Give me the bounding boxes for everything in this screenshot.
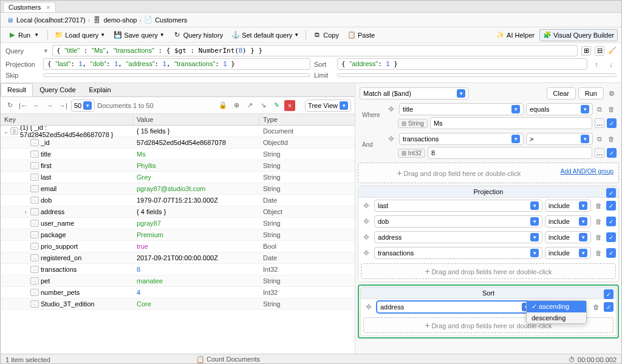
where-value-input[interactable]: 8: [428, 147, 592, 159]
match-mode-select[interactable]: Match all ($and)▾: [360, 87, 469, 99]
tree-row[interactable]: ›..address{ 4 fields }Object: [1, 206, 355, 218]
add-and-or-link[interactable]: Add AND/OR group: [561, 168, 613, 175]
row-checkbox[interactable]: ✓: [604, 302, 613, 312]
drag-handle-icon[interactable]: ✥: [386, 135, 397, 143]
clause-checkbox[interactable]: ✓: [607, 148, 617, 158]
where-field-select[interactable]: transactions▾: [399, 133, 524, 145]
delete-icon[interactable]: ×: [284, 100, 295, 111]
tree-row[interactable]: ..emailpgray87@studio3t.comString: [1, 183, 355, 195]
more-icon[interactable]: …: [595, 148, 604, 158]
query-history-button[interactable]: ↻Query history: [169, 29, 227, 41]
export-icon[interactable]: ↗: [244, 100, 255, 111]
query-option-1[interactable]: ⊞: [581, 46, 591, 56]
collapse-icon[interactable]: ▼: [43, 48, 49, 54]
ai-helper-button[interactable]: ✨AI Helper: [493, 29, 538, 41]
tree-row[interactable]: ..user_namepgray87String: [1, 218, 355, 229]
drag-handle-icon[interactable]: ✥: [361, 233, 372, 241]
where-op-select[interactable]: >▾: [526, 133, 593, 145]
sort-input[interactable]: { "address": 1 }: [337, 58, 587, 70]
proj-include-select[interactable]: include▾: [545, 247, 591, 259]
row-checkbox[interactable]: ✓: [606, 248, 616, 258]
prev-page-icon[interactable]: ←: [31, 100, 42, 111]
row-checkbox[interactable]: ✓: [606, 217, 616, 226]
where-field-select[interactable]: title▾: [399, 103, 524, 115]
skip-input[interactable]: [43, 73, 310, 77]
limit-input[interactable]: [337, 73, 617, 77]
sort-asc-option[interactable]: ✓ ascending: [527, 301, 586, 312]
tree-row[interactable]: ..Studio_3T_editionCoreString: [1, 298, 355, 310]
proj-field-select[interactable]: address▾: [374, 231, 542, 243]
tree-key[interactable]: (1) { _id : 57d28452ed5d4d54e8687078 }: [20, 126, 131, 138]
tree-row[interactable]: ..petmanateeString: [1, 275, 355, 287]
row-checkbox[interactable]: ✓: [606, 232, 616, 242]
add-doc-icon[interactable]: ⊕: [231, 100, 242, 111]
sort-asc-icon[interactable]: ↑: [591, 59, 602, 70]
sort-field-select[interactable]: address▾: [377, 301, 534, 313]
next-page-icon[interactable]: →: [44, 100, 55, 111]
drop-hint[interactable]: Drag and drop fields here or double-clic…: [431, 268, 552, 275]
sort-desc-option[interactable]: descending: [527, 312, 586, 323]
copy-icon[interactable]: ⧉: [595, 135, 604, 143]
page-size-select[interactable]: 50▾: [71, 99, 95, 112]
paste-button[interactable]: 📋Paste: [344, 29, 378, 41]
clause-checkbox[interactable]: ✓: [607, 118, 617, 128]
visual-query-builder-button[interactable]: 🧩Visual Query Builder: [539, 29, 618, 41]
trash-icon[interactable]: 🗑: [591, 303, 601, 311]
tree-row[interactable]: ..number_pets4Int32: [1, 287, 355, 298]
copy-button[interactable]: ⧉Copy: [309, 29, 343, 41]
run-button[interactable]: Run: [578, 87, 604, 99]
crumb-collection[interactable]: Customers: [155, 16, 187, 24]
sort-direction-dropdown[interactable]: ✓ ascending descending: [526, 300, 587, 324]
drag-handle-icon[interactable]: ✥: [361, 201, 372, 210]
sort-checkbox[interactable]: ✓: [604, 289, 613, 299]
where-op-select[interactable]: equals▾: [526, 103, 593, 115]
close-icon[interactable]: ×: [46, 4, 50, 11]
tab-query-code[interactable]: Query Code: [33, 83, 82, 96]
query-input[interactable]: { "title" : "Ms", "transactions" : { $gt…: [52, 45, 578, 56]
more-icon[interactable]: …: [595, 118, 604, 128]
tree-row[interactable]: ..titleMsString: [1, 149, 355, 160]
last-page-icon[interactable]: →|: [58, 100, 69, 111]
run-button[interactable]: ▶Run▼: [4, 29, 44, 41]
sort-desc-icon[interactable]: ↓: [606, 59, 617, 70]
set-default-button[interactable]: ⚓Set default query▼: [228, 29, 302, 41]
proj-include-select[interactable]: include▾: [545, 215, 591, 228]
import-icon[interactable]: ↘: [258, 100, 268, 111]
tree-row[interactable]: ..firstPhyllisString: [1, 160, 355, 172]
clear-button[interactable]: Clear: [547, 87, 576, 99]
trash-icon[interactable]: 🗑: [593, 249, 604, 257]
trash-icon[interactable]: 🗑: [606, 135, 617, 143]
tree-row[interactable]: ..packagePremiumString: [1, 229, 355, 241]
crumb-server[interactable]: Local (localhost:27017): [16, 16, 86, 24]
trash-icon[interactable]: 🗑: [593, 218, 604, 225]
query-option-2[interactable]: ⊟: [595, 46, 604, 56]
gear-icon[interactable]: ⚙: [606, 88, 617, 99]
proj-field-select[interactable]: dob▾: [374, 215, 542, 228]
copy-icon[interactable]: ⧉: [595, 106, 604, 113]
type-label[interactable]: ⊞ String: [398, 119, 428, 128]
drag-handle-icon[interactable]: ✥: [386, 105, 397, 113]
refresh-icon[interactable]: ↻: [4, 100, 15, 111]
drag-handle-icon[interactable]: ✥: [361, 249, 372, 257]
drag-handle-icon[interactable]: ✥: [363, 303, 374, 311]
tab-explain[interactable]: Explain: [83, 83, 118, 96]
projection-checkbox[interactable]: ✓: [606, 188, 616, 198]
type-label[interactable]: ⊞ Int32: [398, 149, 425, 158]
tab-result[interactable]: Result: [1, 83, 33, 96]
save-query-button[interactable]: 💾Save query▼: [110, 29, 168, 41]
crumb-db[interactable]: demo-shop: [103, 16, 137, 24]
tree-row[interactable]: ..transactions8Int32: [1, 264, 355, 275]
brush-icon[interactable]: 🧹: [608, 47, 617, 55]
proj-include-select[interactable]: include▾: [545, 231, 591, 243]
drag-handle-icon[interactable]: ✥: [361, 217, 372, 226]
trash-icon[interactable]: 🗑: [593, 202, 604, 209]
edit-icon[interactable]: ✎: [271, 100, 282, 111]
tree-row[interactable]: .._id57d28452ed5d4d54e8687078ObjectId: [1, 137, 355, 149]
first-page-icon[interactable]: |←: [18, 100, 29, 111]
proj-field-select[interactable]: transactions▾: [374, 247, 542, 259]
load-query-button[interactable]: 📁Load query▼: [51, 29, 109, 41]
count-documents-button[interactable]: 📋 Count Documents: [196, 356, 260, 363]
drop-hint[interactable]: Drag and drop field here or double-click: [404, 170, 521, 177]
document-tab[interactable]: Customers ×: [3, 2, 56, 12]
tree-row[interactable]: ..prio_supporttrueBool: [1, 241, 355, 252]
